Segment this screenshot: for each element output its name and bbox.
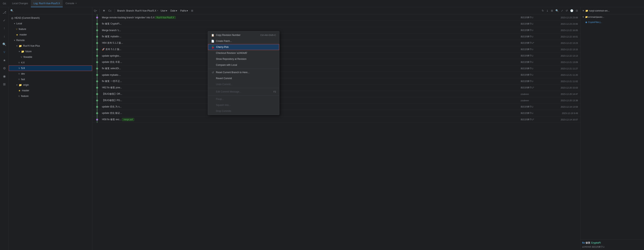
commit-author: 疯狂的狮子Li: [520, 29, 548, 32]
menu-item-edit-msg: Edit Commit Message... F2: [208, 89, 279, 95]
sidebar-icon-search[interactable]: 🔍: [1, 41, 8, 48]
tree-item-dev[interactable]: ⑂ dev: [9, 71, 92, 77]
sidebar-icon-star[interactable]: ★: [1, 57, 8, 64]
menu-item-cherry-pick[interactable]: 🍒 Cherry-Pick: [208, 44, 279, 50]
sidebar-icon-vcs[interactable]: ⎇: [1, 9, 8, 16]
commit-row[interactable]: update 优化 为 s... 疯狂的狮子Li 2023-12-19 13:5…: [92, 104, 580, 110]
tree-item-origin-master[interactable]: ★ master: [9, 88, 92, 93]
menu-separator3: [208, 95, 279, 95]
menu-item-create-patch[interactable]: 📄 Create Patch...: [208, 38, 279, 44]
commit-author: 疯狂的狮子Li: [520, 73, 548, 76]
menu-item-reset-branch[interactable]: ↺ Reset Current Branch to Here...: [208, 69, 279, 75]
tree-item-future-folder[interactable]: ▼ 📁 future: [9, 49, 92, 54]
right-panel: ▼ 📁 ruoyi-common-en... ▼ 📁 src\main\java…: [580, 7, 644, 250]
close-icon[interactable]: ×: [76, 2, 76, 5]
clock-btn[interactable]: 🕐: [569, 9, 574, 13]
expand-arrow: ▼: [582, 16, 584, 18]
commit-hash-bottom: a1f404d5 疯狂的狮子Li: [582, 245, 642, 248]
paths-filter-btn[interactable]: Paths ▾: [180, 9, 189, 13]
sidebar-icon-branches[interactable]: ⑂: [1, 49, 8, 56]
commit-row[interactable]: update 优化 丰富... 疯狂的狮子Li 2023-12-21 13:09: [92, 59, 580, 65]
grid-btn[interactable]: ⊞: [550, 9, 554, 13]
commit-row[interactable]: fix 修复 CryptоFi... 疯狂的狮子Li 2023-12-23 23…: [92, 21, 580, 27]
commit-row[interactable]: Merge branch 'c... 疯狂的狮子Li 2023-12-22 16…: [92, 27, 580, 34]
tab-log[interactable]: Log: RuoYi-Vue-Plus/5.X: [31, 0, 63, 7]
commit-row[interactable]: update 优化 验证... 疯狂的狮子Li 2023-12-19 9:49: [92, 110, 580, 116]
commit-message: fix 修复 selectDi...: [102, 67, 520, 70]
commit-author: 疯狂的狮子Li: [520, 67, 548, 70]
asterisk-btn[interactable]: ✱: [102, 9, 106, 13]
sidebar-icon-pull[interactable]: ↓: [1, 33, 8, 40]
tree-item-local[interactable]: ▼ Local: [9, 21, 92, 26]
commit-row[interactable]: Merge remote-tracking branch 'origin/dev…: [92, 14, 580, 21]
commit-message: fix 修复 CryptоFi...: [102, 22, 520, 26]
branch-close-btn[interactable]: ×: [157, 10, 158, 12]
tree-item-4x[interactable]: ⑂ 4.X: [9, 60, 92, 65]
commit-row[interactable]: update mybatis-... 疯狂的狮子Li 2023-12-21 11…: [92, 72, 580, 78]
branch-badge: RuoYi-Vue-Plus/5.X: [155, 16, 176, 19]
commit-row[interactable]: 【BUG修复】OR... zzubnnn 2023-12-20 14:47: [92, 91, 580, 97]
tree-item-fast[interactable]: ⑂ fast: [9, 77, 92, 82]
commit-row[interactable]: update springbo... 疯狂的狮子Li 2023-12-22 13…: [92, 53, 580, 59]
fetch-btn[interactable]: ⤓: [546, 9, 549, 13]
svg-point-0: [96, 17, 98, 19]
commit-row[interactable]: 【BUG修复】PG... zzubnnn 2023-12-20 13:38: [92, 97, 580, 104]
menu-item-compare-local[interactable]: Compare with Local: [208, 62, 279, 68]
undo-btn[interactable]: ↺: [565, 9, 568, 13]
pin-btn[interactable]: ⊞: [190, 9, 194, 13]
menu-item-show-repo[interactable]: Show Repository at Revision: [208, 56, 279, 62]
tree-item-remote[interactable]: ▼ Remote: [9, 38, 92, 43]
right-tree-item-file[interactable]: ◉ CryptoFilter.j...: [580, 20, 644, 25]
user-filter-btn[interactable]: User ▾: [160, 9, 168, 13]
commit-row[interactable]: fix 修复 mybatis-... 疯狂的狮子Li 2023-12-22 16…: [92, 34, 580, 40]
svg-point-30: [96, 80, 98, 82]
patch-icon: 📄: [211, 40, 214, 43]
commit-list: Merge remote-tracking branch 'origin/dev…: [92, 14, 580, 250]
tree-item-feature[interactable]: ⑂ feature: [9, 26, 92, 32]
sidebar-icon-commit[interactable]: ✓: [1, 17, 8, 24]
layout-btn[interactable]: ⊟: [575, 9, 579, 13]
tree-item-head[interactable]: ◎ HEAD (Current Branch): [9, 15, 92, 21]
tree-item-flowable[interactable]: ⑂ flowable: [9, 54, 92, 60]
commit-date: 2023-12-22 13:23: [548, 42, 580, 44]
commit-message: update 优化 为 s...: [102, 105, 520, 108]
tab-local-changes[interactable]: Local Changes: [9, 0, 31, 7]
sidebar-icon-expand[interactable]: ⊞: [1, 81, 8, 88]
commit-message: update 优化 验证...: [102, 111, 520, 115]
svg-point-15: [96, 48, 98, 50]
svg-point-45: [96, 112, 98, 114]
branch-search-input[interactable]: [15, 9, 90, 12]
svg-point-24: [96, 68, 98, 70]
commit-author: zzubnnn: [520, 99, 548, 102]
tree-item-5x[interactable]: ⑂ 5.X: [9, 65, 92, 71]
menu-item-copy-revision[interactable]: 📋 Copy Revision Number Ctrl+Alt+Shift+C: [208, 32, 279, 38]
commit-row[interactable]: 🚀 发布 5.1.2 版... 疯狂的狮子Li 2023-12-22 13:15: [92, 46, 580, 53]
folder-icon: 📁: [585, 16, 588, 18]
commit-row[interactable]: fix 修复 一些不正... 疯狂的狮子Li 2023-12-21 11:02: [92, 78, 580, 84]
arrow-btn[interactable]: ⤢: [560, 9, 564, 13]
tree-item-master[interactable]: ★ master: [9, 32, 92, 38]
menu-item-checkout-revision[interactable]: Checkout Revision 'a1f404d5': [208, 50, 279, 56]
menu-item-revert-commit[interactable]: Revert Commit: [208, 75, 279, 81]
tree-item-origin-feature[interactable]: ⑂ feature: [9, 93, 92, 99]
sidebar-icon-git[interactable]: ◉: [1, 73, 8, 80]
commit-date: 2023-12-23 23:06: [548, 23, 580, 25]
find-btn[interactable]: 🔍: [555, 9, 560, 13]
sidebar-icon-push[interactable]: ↑: [1, 25, 8, 32]
tree-item-origin-folder[interactable]: ▼ 📁 origin: [9, 82, 92, 88]
refresh-btn[interactable]: ↻: [541, 9, 545, 13]
sidebar-icon-settings[interactable]: ⚙: [1, 65, 8, 72]
commit-row[interactable]: !462 fix 修复 pow... 疯狂的狮子Li* 2023-12-20 1…: [92, 84, 580, 91]
tree-item-ruoyi-folder[interactable]: ▼ 📁 RuoYi-Vue-Plus: [9, 43, 92, 49]
commit-message: !464 发布 5.1.2 版...: [102, 41, 520, 45]
commit-row[interactable]: fix 修复 selectDi... 疯狂的狮子Li 2023-12-21 11…: [92, 65, 580, 72]
right-tree-item[interactable]: ▼ 📁 src\main\java\c...: [580, 14, 644, 20]
expand-arrow: ▼: [16, 45, 18, 47]
commit-row[interactable]: !464 发布 5.1.2 版... 疯狂的狮子Li* 2023-12-22 1…: [92, 40, 580, 46]
tab-console[interactable]: Console ×: [63, 0, 80, 7]
commit-row[interactable]: !458 fix 修复 exc... merge pull 疯狂的狮子Li* 2…: [92, 116, 580, 123]
cc-btn[interactable]: Cc: [108, 9, 112, 13]
graph-col: [92, 91, 102, 97]
branch-name: Branch: RuoYi-Vue-Plus/5.X: [126, 9, 156, 12]
date-filter-btn[interactable]: Date ▾: [170, 9, 178, 13]
